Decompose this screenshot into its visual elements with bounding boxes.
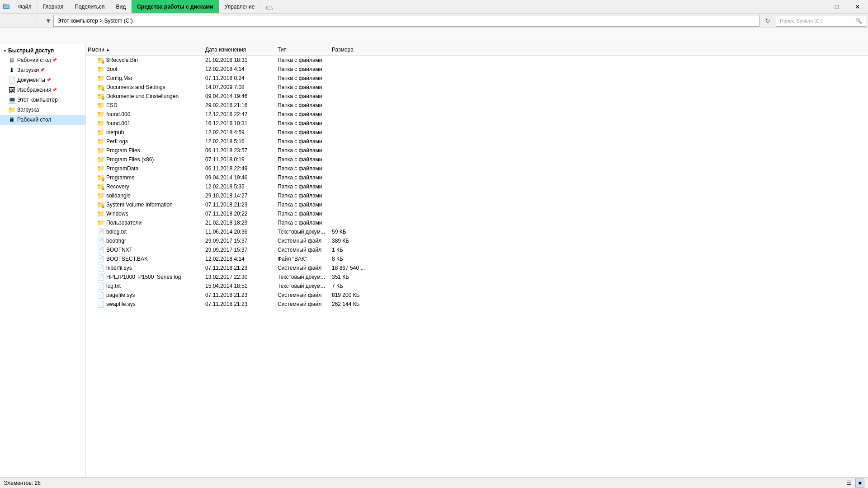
table-row[interactable]: 📄swapfile.sys07.11.2018 21:23Системный ф… bbox=[86, 300, 868, 309]
file-name-col-1: 📁Boot bbox=[86, 66, 203, 73]
table-row[interactable]: 📁Program Files06.11.2018 23:57Папка с фа… bbox=[86, 146, 868, 155]
tab-file[interactable]: Файл bbox=[13, 0, 38, 13]
file-name-17: Windows bbox=[106, 211, 128, 217]
table-row[interactable]: 📁🔒System Volume Information07.11.2018 21… bbox=[86, 200, 868, 209]
tab-share[interactable]: Поделиться bbox=[69, 0, 110, 13]
file-name-24: HPLJP1000_P1500_Series.log bbox=[106, 274, 181, 280]
table-row[interactable]: 📁Program Files (x86)07.11.2018 0:19Папка… bbox=[86, 155, 868, 164]
back-button[interactable]: ← bbox=[2, 15, 14, 27]
forward-button[interactable]: → bbox=[16, 15, 29, 27]
folder-icon: 📁 bbox=[97, 219, 104, 226]
table-row[interactable]: 📄bdlog.txt11.06.2014 20:36Текстовый доку… bbox=[86, 227, 868, 236]
file-name-25: log.txt bbox=[106, 283, 121, 289]
file-name-23: hiberfil.sys bbox=[106, 265, 132, 271]
svg-rect-2 bbox=[3, 4, 6, 5]
sidebar-label-5: Загрузка bbox=[17, 107, 39, 113]
table-row[interactable]: 📁Boot12.02.2018 4:14Папка с файлами bbox=[86, 65, 868, 74]
up-button[interactable]: ↑ bbox=[31, 15, 43, 27]
details-view-button[interactable]: ☰ bbox=[844, 479, 854, 488]
sidebar-item-4[interactable]: 💻Этот компьютер bbox=[0, 95, 85, 105]
file-name-7: found.001 bbox=[106, 120, 130, 127]
table-row[interactable]: 📁solidangle29.10.2018 14:27Папка с файла… bbox=[86, 191, 868, 200]
table-row[interactable]: 📄bootmgr29.09.2017 15:37Системный файл38… bbox=[86, 236, 868, 245]
file-name-col-0: 📁🔒$Recycle.Bin bbox=[86, 56, 203, 64]
search-placeholder: Поиск: System (C:) bbox=[780, 18, 823, 23]
file-date-3: 14.07.2009 7:08 bbox=[203, 84, 276, 90]
table-row[interactable]: 📁found.00012.12.2016 22:47Папка с файлам… bbox=[86, 110, 868, 119]
table-row[interactable]: 📁ESD29.02.2016 21:16Папка с файлами bbox=[86, 101, 868, 110]
file-size-19: 59 КБ bbox=[330, 229, 384, 235]
maximize-button[interactable]: □ bbox=[826, 0, 847, 14]
table-row[interactable]: 📄log.txt15.04.2014 18:51Текстовый докум.… bbox=[86, 282, 868, 291]
table-row[interactable]: 📁inetpub12.02.2018 4:59Папка с файлами bbox=[86, 128, 868, 137]
search-box[interactable]: Поиск: System (C:) 🔍 bbox=[776, 15, 866, 27]
minimize-button[interactable]: − bbox=[806, 0, 826, 14]
tab-view[interactable]: Вид bbox=[110, 0, 132, 13]
address-input[interactable]: Этот компьютер > System (C:) bbox=[53, 15, 760, 27]
table-row[interactable]: 📁PerfLogs12.02.2018 5:16Папка с файлами bbox=[86, 137, 868, 146]
table-row[interactable]: 📄BOOTSECT.BAK12.02.2018 4:14Файл "BAK"8 … bbox=[86, 254, 868, 263]
large-icons-view-button[interactable]: ■ bbox=[855, 479, 864, 488]
lock-icon-3: 🔒 bbox=[101, 87, 104, 91]
table-row[interactable]: 📄hiberfil.sys07.11.2018 21:23Системный ф… bbox=[86, 263, 868, 272]
close-button[interactable]: ✕ bbox=[847, 0, 868, 14]
sidebar-label-1: Загрузки bbox=[17, 67, 39, 73]
sidebar-item-5[interactable]: 📁Загрузка bbox=[0, 105, 85, 115]
file-name-18: Пользователи bbox=[106, 220, 142, 226]
file-name-21: BOOTNXT bbox=[106, 247, 132, 253]
file-date-9: 12.02.2018 5:16 bbox=[203, 138, 276, 145]
file-date-15: 29.10.2018 14:27 bbox=[203, 192, 276, 199]
file-date-12: 06.11.2018 22:49 bbox=[203, 165, 276, 172]
file-name-col-26: 📄pagefile.sys bbox=[86, 291, 203, 299]
column-header-date[interactable]: Дата изменения bbox=[203, 45, 276, 54]
tab-home[interactable]: Главная bbox=[38, 0, 70, 13]
table-row[interactable]: 📁🔒Programme09.04.2014 19:46Папка с файла… bbox=[86, 173, 868, 182]
sidebar-item-2[interactable]: 📄Документы📌 bbox=[0, 75, 85, 85]
tab-disk-tools[interactable]: Средства работы с дисками bbox=[132, 0, 219, 13]
file-name-col-10: 📁Program Files bbox=[86, 147, 203, 154]
sidebar-icon-6: 🖥 bbox=[8, 116, 15, 123]
column-header-size[interactable]: Размера bbox=[330, 45, 384, 54]
file-date-21: 29.09.2017 15:37 bbox=[203, 247, 276, 253]
file-size-26: 819 200 КБ bbox=[330, 292, 384, 298]
table-row[interactable]: 📄pagefile.sys07.11.2018 21:23Системный ф… bbox=[86, 291, 868, 300]
pin-icon-0: 📌 bbox=[52, 58, 57, 62]
file-name-col-25: 📄log.txt bbox=[86, 282, 203, 290]
table-row[interactable]: 📄BOOTNXT29.09.2017 15:37Системный файл1 … bbox=[86, 245, 868, 254]
file-name-2: Config.Msi bbox=[106, 75, 132, 81]
sidebar-item-1[interactable]: ⬇Загрузки📌 bbox=[0, 65, 85, 75]
file-date-20: 29.09.2017 15:37 bbox=[203, 238, 276, 244]
sys-file-icon: 📄 bbox=[97, 237, 104, 244]
file-type-19: Текстовый докум... bbox=[276, 229, 330, 235]
table-row[interactable]: 📁🔒Dokumente und Einstellungen09.04.2014 … bbox=[86, 92, 868, 101]
folder-icon: 📁 bbox=[97, 120, 104, 127]
search-icon[interactable]: 🔍 bbox=[855, 18, 862, 24]
quick-access-header[interactable]: ▼ Быстрый доступ bbox=[0, 46, 85, 55]
file-date-6: 12.12.2016 22:47 bbox=[203, 111, 276, 117]
table-row[interactable]: 📁found.00116.12.2016 10:31Папка с файлам… bbox=[86, 119, 868, 128]
table-row[interactable]: 📁Пользователи21.02.2018 18:29Папка с фай… bbox=[86, 218, 868, 227]
drive-label: С:\ bbox=[260, 3, 278, 13]
table-row[interactable]: 📁🔒$Recycle.Bin21.02.2018 18:31Папка с фа… bbox=[86, 56, 868, 65]
folder-icon-locked-wrapper-16: 📁🔒 bbox=[97, 201, 104, 208]
table-row[interactable]: 📁🔒Recovery12.02.2018 5:35Папка с файлами bbox=[86, 182, 868, 191]
file-type-6: Папка с файлами bbox=[276, 111, 330, 117]
column-header-name[interactable]: Имени ▲ bbox=[86, 45, 203, 54]
sidebar-icon-2: 📄 bbox=[8, 76, 15, 84]
sidebar-item-0[interactable]: 🖥Рабочий стол📌 bbox=[0, 55, 85, 65]
tab-manage[interactable]: Управление bbox=[219, 0, 261, 13]
table-row[interactable]: 📁Windows07.11.2018 20:22Папка с файлами bbox=[86, 209, 868, 218]
recent-locations-button[interactable]: ▼ bbox=[45, 15, 52, 27]
file-type-25: Текстовый докум... bbox=[276, 283, 330, 289]
quick-access-label: Быстрый доступ bbox=[8, 47, 54, 54]
sidebar-item-6[interactable]: 🖥Рабочий стол bbox=[0, 115, 85, 125]
table-row[interactable]: 📁ProgramData06.11.2018 22:49Папка с файл… bbox=[86, 164, 868, 173]
refresh-button[interactable]: ↻ bbox=[761, 15, 774, 27]
column-header-type[interactable]: Тип bbox=[276, 45, 330, 54]
sidebar-item-3[interactable]: 🖼Изображения📌 bbox=[0, 85, 85, 95]
file-type-14: Папка с файлами bbox=[276, 183, 330, 190]
file-type-26: Системный файл bbox=[276, 292, 330, 298]
table-row[interactable]: 📁Config.Msi07.11.2018 0:24Папка с файлам… bbox=[86, 74, 868, 83]
table-row[interactable]: 📄HPLJP1000_P1500_Series.log13.02.2017 22… bbox=[86, 272, 868, 282]
table-row[interactable]: 📁🔒Documents and Settings14.07.2009 7:08П… bbox=[86, 83, 868, 92]
